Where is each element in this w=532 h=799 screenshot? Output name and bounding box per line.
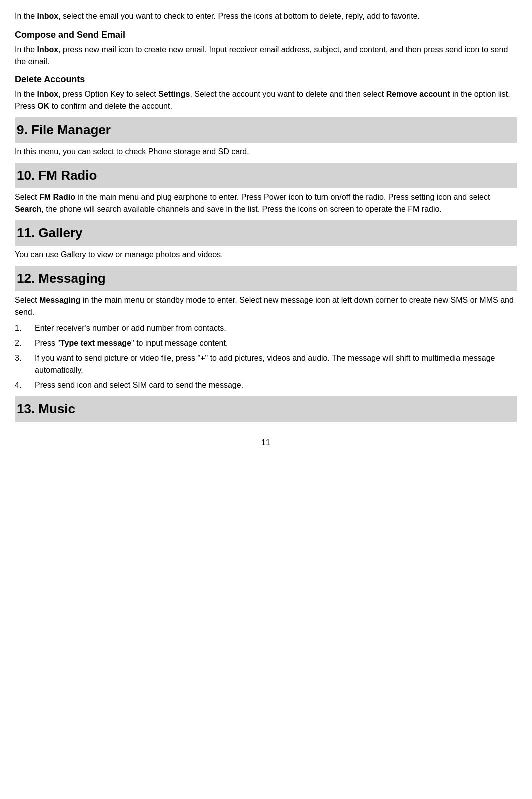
type-text-bold: Type text message xyxy=(60,339,132,347)
list-text-3: If you want to send picture or video fil… xyxy=(35,352,517,376)
list-num-3: 3. xyxy=(15,352,35,364)
delete-accounts-section: Delete Accounts In the Inbox, press Opti… xyxy=(15,73,517,112)
messaging-bold: Messaging xyxy=(40,296,81,304)
messaging-heading: 12. Messaging xyxy=(15,266,517,291)
delete-accounts-heading: Delete Accounts xyxy=(15,73,517,86)
list-num-2: 2. xyxy=(15,337,35,349)
file-manager-section: 9. File Manager In this menu, you can se… xyxy=(15,117,517,158)
messaging-intro: Select Messaging in the main menu or sta… xyxy=(15,294,517,318)
gallery-section: 11. Gallery You can use Gallery to view … xyxy=(15,220,517,261)
list-num-4: 4. xyxy=(15,379,35,391)
list-item: 3. If you want to send picture or video … xyxy=(15,352,517,376)
messaging-list: 1. Enter receiver's number or add number… xyxy=(15,322,517,391)
intro-paragraph: In the Inbox, select the email you want … xyxy=(15,10,517,22)
delete-accounts-body: In the Inbox, press Option Key to select… xyxy=(15,88,517,112)
page-number: 11 xyxy=(15,437,517,449)
list-text-1: Enter receiver's number or add number fr… xyxy=(35,322,517,334)
fm-radio-body: Select FM Radio in the main menu and plu… xyxy=(15,191,517,215)
list-item: 1. Enter receiver's number or add number… xyxy=(15,322,517,334)
plus-bold: + xyxy=(200,354,205,362)
music-heading: 13. Music xyxy=(15,396,517,422)
messaging-section: 12. Messaging Select Messaging in the ma… xyxy=(15,266,517,391)
settings-bold: Settings xyxy=(158,90,190,98)
list-item: 4. Press send icon and select SIM card t… xyxy=(15,379,517,391)
list-text-4: Press send icon and select SIM card to s… xyxy=(35,379,517,391)
file-manager-body: In this menu, you can select to check Ph… xyxy=(15,146,517,158)
list-num-1: 1. xyxy=(15,322,35,334)
inbox-bold-1: Inbox xyxy=(37,12,58,20)
inbox-bold-3: Inbox xyxy=(37,90,58,98)
compose-section: Compose and Send Email In the Inbox, pre… xyxy=(15,28,517,68)
fm-radio-heading: 10. FM Radio xyxy=(15,163,517,188)
fm-radio-bold: FM Radio xyxy=(40,193,76,201)
file-manager-heading: 9. File Manager xyxy=(15,117,517,143)
list-item: 2. Press "Type text message" to input me… xyxy=(15,337,517,349)
music-section: 13. Music xyxy=(15,396,517,422)
gallery-body: You can use Gallery to view or manage ph… xyxy=(15,249,517,261)
compose-body: In the Inbox, press new mail icon to cre… xyxy=(15,44,517,68)
search-bold: Search xyxy=(15,205,42,213)
remove-account-bold: Remove account xyxy=(386,90,450,98)
fm-radio-section: 10. FM Radio Select FM Radio in the main… xyxy=(15,163,517,215)
inbox-bold-2: Inbox xyxy=(37,45,58,54)
gallery-heading: 11. Gallery xyxy=(15,220,517,246)
compose-heading: Compose and Send Email xyxy=(15,28,517,42)
list-text-2: Press "Type text message" to input messa… xyxy=(35,337,517,349)
ok-bold: OK xyxy=(38,102,50,110)
